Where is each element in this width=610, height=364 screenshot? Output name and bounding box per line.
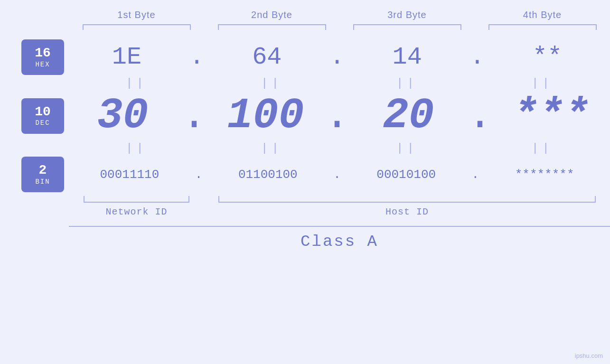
network-id-bracket: Network ID	[69, 196, 204, 217]
host-id-label: Host ID	[385, 206, 429, 217]
eq-2-3: ||	[339, 142, 475, 155]
top-brackets	[0, 24, 610, 30]
bin-cell-2: 01100100	[202, 168, 333, 182]
byte-header-1: 1st Byte	[69, 9, 204, 20]
dec-label-box: 10 DEC	[21, 98, 64, 134]
hex-cell-3: 14	[345, 43, 470, 71]
eq-1-1: ||	[69, 77, 204, 90]
hex-value-4: **	[485, 43, 610, 71]
host-bracket-line	[218, 196, 596, 203]
hex-cell-4: **	[485, 43, 610, 71]
bin-cells: 00011110 . 01100100 . 00010100 . *******…	[64, 168, 610, 182]
dec-label-num: 10	[35, 105, 51, 120]
hex-label-num: 16	[35, 46, 51, 61]
bin-dot-1: .	[195, 168, 203, 181]
bin-cell-1: 00011110	[64, 168, 195, 182]
hex-value-2: 64	[204, 43, 329, 71]
hex-dot-1: .	[189, 45, 204, 70]
dec-cells: 30 . 100 . 20 . ***	[64, 92, 610, 140]
dec-dot-2: .	[324, 94, 350, 137]
network-bracket-line	[84, 196, 189, 203]
bin-value-3: 00010100	[341, 168, 472, 182]
eq-2-4: ||	[475, 142, 610, 155]
byte-headers: 1st Byte 2nd Byte 3rd Byte 4th Byte	[0, 9, 610, 20]
dec-row: 10 DEC 30 . 100 . 20 . ***	[0, 92, 610, 140]
dec-cell-2: 100	[207, 92, 324, 140]
bracket-3	[339, 24, 475, 30]
hex-value-1: 1E	[64, 43, 189, 71]
bracket-4	[475, 24, 610, 30]
bin-row: 2 BIN 00011110 . 01100100 . 00010100 . *…	[0, 157, 610, 192]
bin-dot-3: .	[472, 168, 479, 181]
hex-row: 16 HEX 1E . 64 . 14 . **	[0, 39, 610, 75]
hex-cell-2: 64	[204, 43, 329, 71]
byte-header-2: 2nd Byte	[204, 9, 339, 20]
hex-value-3: 14	[345, 43, 470, 71]
dec-dot-1: .	[181, 94, 207, 137]
class-label: Class A	[300, 233, 378, 251]
class-section: Class A	[0, 226, 610, 251]
dec-cell-3: 20	[350, 92, 467, 140]
class-label-row: Class A	[69, 233, 610, 251]
host-id-bracket: Host ID	[204, 196, 610, 217]
dec-value-4: ***	[493, 92, 610, 140]
equals-row-1: || || || ||	[0, 75, 610, 92]
dec-dot-3: .	[467, 94, 493, 137]
dec-cell-1: 30	[64, 92, 181, 140]
hex-cell-1: 1E	[64, 43, 189, 71]
bin-value-2: 01100100	[202, 168, 333, 182]
bin-cell-4: ********	[479, 168, 610, 182]
network-id-label: Network ID	[105, 206, 167, 217]
bin-label-type: BIN	[35, 178, 50, 186]
eq-1-2: ||	[204, 77, 339, 90]
eq-1-4: ||	[475, 77, 610, 90]
bin-value-1: 00011110	[64, 168, 195, 182]
watermark: ipshu.com	[575, 352, 603, 359]
bracket-1	[69, 24, 204, 30]
eq-1-3: ||	[339, 77, 475, 90]
class-top-line	[69, 226, 610, 227]
byte-header-3: 3rd Byte	[339, 9, 475, 20]
bottom-brackets-row: Network ID Host ID	[69, 196, 610, 217]
bin-cell-3: 00010100	[341, 168, 472, 182]
dec-value-3: 20	[350, 92, 467, 140]
eq-2-1: ||	[69, 142, 204, 155]
bracket-2	[204, 24, 339, 30]
hex-dot-3: .	[470, 45, 485, 70]
bin-dot-2: .	[333, 168, 341, 181]
bottom-bracket-area: Network ID Host ID	[0, 196, 610, 217]
eq-2-2: ||	[204, 142, 339, 155]
dec-label-type: DEC	[35, 119, 50, 127]
hex-cells: 1E . 64 . 14 . **	[64, 43, 610, 71]
byte-header-4: 4th Byte	[475, 9, 610, 20]
main-container: 1st Byte 2nd Byte 3rd Byte 4th Byte 16 H…	[0, 0, 610, 364]
hex-dot-2: .	[329, 45, 344, 70]
dec-value-2: 100	[207, 92, 324, 140]
hex-label-box: 16 HEX	[21, 39, 64, 75]
hex-label-type: HEX	[35, 61, 50, 68]
dec-value-1: 30	[64, 92, 181, 140]
bin-label-num: 2	[39, 163, 47, 178]
equals-row-2: || || || ||	[0, 140, 610, 157]
dec-cell-4: ***	[493, 92, 610, 140]
bin-label-box: 2 BIN	[21, 157, 64, 192]
bin-value-4: ********	[479, 168, 610, 182]
